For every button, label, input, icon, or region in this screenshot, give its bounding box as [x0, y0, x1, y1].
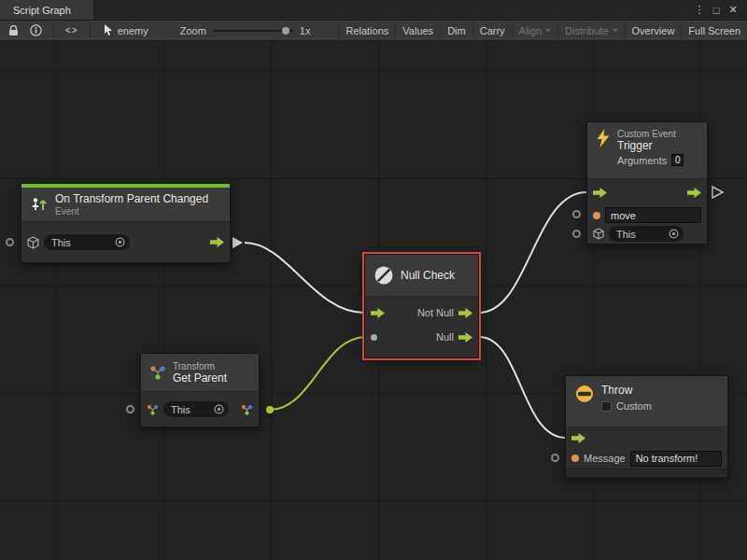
node-row: Message No transform!	[566, 448, 727, 469]
wire-getparent-to-nullcheck[interactable]	[270, 337, 366, 410]
node-body: Not Null Null	[365, 297, 478, 358]
this-object-field[interactable]: This	[163, 401, 229, 417]
tab-script-graph[interactable]: Script Graph	[0, 0, 93, 20]
message-value-port[interactable]	[551, 454, 559, 462]
this-object-field[interactable]: This	[609, 226, 684, 242]
zoom-slider-track[interactable]	[213, 30, 293, 32]
wire-event-to-nullcheck[interactable]	[245, 243, 364, 313]
arguments-label: Arguments	[617, 155, 667, 166]
node-null-check[interactable]: Null Check Not Null Null	[364, 254, 479, 358]
zoom-slider[interactable]	[213, 26, 293, 35]
wire-start-arrow	[233, 237, 243, 248]
info-icon[interactable]	[24, 21, 48, 41]
node-header: Custom Event Trigger Arguments 0	[587, 122, 707, 179]
this-value-port[interactable]	[572, 230, 581, 238]
flow-output-port[interactable]	[687, 188, 701, 198]
wire-notnull-to-customevent[interactable]	[479, 192, 586, 313]
node-title: On Transform Parent Changed	[55, 192, 208, 205]
toolbar-button-distribute: Distribute	[557, 21, 624, 41]
this-object-field[interactable]: This	[44, 234, 130, 250]
toolbar-buttons: Relations Values Dim Carry Align Distrib…	[338, 21, 747, 41]
graph-name: enemy	[118, 25, 148, 36]
node-row: This	[587, 225, 707, 243]
flow-input-port[interactable]	[371, 308, 385, 318]
code-icon[interactable]: <>	[60, 21, 84, 41]
object-picker-icon[interactable]	[669, 229, 679, 239]
node-footer	[566, 469, 727, 476]
object-picker-icon[interactable]	[115, 237, 125, 247]
node-row: This	[21, 222, 230, 262]
node-header: Transform Get Parent	[141, 354, 259, 392]
cube-icon	[593, 228, 604, 240]
event-name-field[interactable]: move	[605, 207, 701, 223]
toolbar-button-dim[interactable]: Dim	[440, 21, 472, 41]
toolbar-button-carry[interactable]: Carry	[472, 21, 512, 41]
node-get-parent[interactable]: Transform Get Parent This	[140, 353, 260, 427]
graph-breadcrumb[interactable]: enemy	[96, 24, 156, 36]
this-value-port[interactable]	[6, 238, 14, 246]
not-null-label: Not Null	[417, 307, 454, 318]
custom-label: Custom	[616, 400, 652, 412]
lock-icon[interactable]	[3, 21, 24, 41]
node-category: Custom Event	[617, 129, 684, 139]
node-on-transform-parent-changed[interactable]: On Transform Parent Changed Event This	[21, 183, 231, 263]
zoom-slider-handle[interactable]	[282, 27, 289, 35]
this-value-port[interactable]	[126, 405, 134, 413]
toolbar-separator	[90, 24, 91, 37]
node-category: Transform	[173, 361, 227, 371]
zoom-group: Zoom 1x	[180, 25, 311, 36]
node-title: Get Parent	[173, 371, 227, 385]
node-row: Not Null	[365, 301, 478, 325]
toolbar-button-relations[interactable]: Relations	[338, 21, 395, 41]
wire-value-start-dot	[266, 406, 274, 413]
custom-checkbox[interactable]	[601, 401, 612, 412]
toolbar-button-overview[interactable]: Overview	[625, 21, 682, 41]
node-throw[interactable]: Throw Custom Message No transform!	[565, 375, 728, 478]
lightning-icon	[596, 129, 611, 147]
toolbar-button-label: Distribute	[565, 25, 608, 36]
flow-input-port[interactable]	[571, 433, 585, 443]
wire-null-to-throw[interactable]	[479, 337, 566, 438]
null-output-port[interactable]	[458, 332, 472, 343]
toolbar-button-fullscreen[interactable]: Full Screen	[681, 21, 747, 41]
this-value: This	[171, 404, 190, 415]
zoom-value: 1x	[300, 25, 311, 36]
node-row: move	[587, 205, 707, 225]
value-input-port[interactable]	[371, 334, 377, 341]
zoom-label: Zoom	[180, 25, 206, 36]
node-header: Null Check	[365, 255, 478, 297]
cursor-icon	[104, 24, 113, 36]
transform-output-port[interactable]	[241, 404, 253, 415]
flow-continuation-arrow	[712, 187, 723, 198]
object-picker-icon[interactable]	[214, 404, 224, 414]
toolbar-separator	[53, 24, 54, 37]
flow-input-port[interactable]	[593, 188, 607, 198]
transform-parent-changed-icon	[30, 195, 49, 214]
this-value: This	[616, 229, 636, 240]
menu-icon[interactable]: ⋮	[691, 4, 708, 16]
string-input-port[interactable]	[593, 212, 600, 219]
node-title: Null Check	[401, 269, 455, 282]
node-trigger-custom-event[interactable]: Custom Event Trigger Arguments 0 move	[586, 121, 708, 245]
null-check-icon	[374, 265, 394, 286]
graph-canvas[interactable]: On Transform Parent Changed Event This	[0, 41, 747, 560]
toolbar-button-values[interactable]: Values	[395, 21, 440, 41]
arguments-count-field[interactable]: 0	[671, 154, 684, 166]
cube-icon	[27, 236, 39, 249]
toolbar-button-align: Align	[512, 21, 557, 41]
transform-icon	[149, 365, 166, 380]
flow-output-port[interactable]	[210, 237, 224, 247]
event-name-value-port[interactable]	[572, 210, 581, 218]
exception-icon	[574, 384, 595, 404]
transform-input-port[interactable]	[147, 404, 159, 415]
close-icon[interactable]: ✕	[725, 4, 741, 16]
node-subtitle: Event	[55, 206, 208, 217]
not-null-output-port[interactable]	[458, 308, 472, 318]
node-row: Null	[365, 325, 478, 349]
message-field[interactable]: No transform!	[630, 451, 722, 467]
window-controls: ⋮ □ ✕	[691, 0, 747, 20]
string-input-port[interactable]	[571, 455, 579, 462]
chevron-down-icon	[545, 29, 551, 33]
maximize-icon[interactable]: □	[708, 5, 725, 16]
window-tabbar: Script Graph ⋮ □ ✕	[0, 0, 747, 21]
